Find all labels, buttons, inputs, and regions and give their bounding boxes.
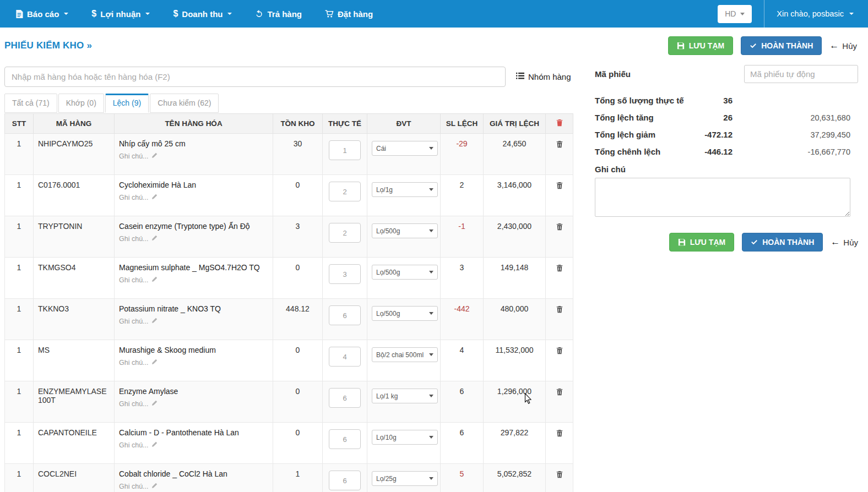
complete-button-bottom[interactable]: HOÀN THÀNH — [742, 233, 823, 252]
dollar-icon: $ — [91, 9, 96, 19]
row-note-label: Ghi chú... — [119, 276, 149, 284]
row-product-name: Casein enzyme (Tryptone type) Ấn Độ — [119, 222, 268, 231]
slip-code-row: Mã phiếu — [595, 65, 858, 83]
row-note-link[interactable]: Ghi chú... — [119, 400, 268, 408]
delete-row-button[interactable] — [555, 428, 565, 440]
user-menu[interactable]: Xin chào, posbasic — [777, 9, 854, 18]
delete-row-button[interactable] — [555, 387, 565, 398]
tab-lech[interactable]: Lệch (9) — [105, 94, 149, 113]
list-icon — [516, 72, 524, 81]
actual-qty-input[interactable] — [329, 182, 361, 201]
unit-select[interactable]: Lọ/500g — [372, 265, 438, 280]
col-sl-lech: SL LỆCH — [441, 114, 484, 134]
row-note-link[interactable]: Ghi chú... — [119, 359, 268, 367]
chevron-down-icon — [429, 353, 433, 356]
delete-row-button[interactable] — [555, 263, 565, 275]
nav-item-bao-cao[interactable]: Báo cáo — [15, 9, 68, 19]
search-input[interactable] — [4, 67, 506, 87]
row-note-link[interactable]: Ghi chú... — [119, 235, 268, 243]
actual-qty-input[interactable] — [329, 264, 361, 284]
delete-row-button[interactable] — [555, 346, 565, 357]
chevron-down-icon — [429, 477, 433, 480]
page-header: PHIẾU KIỂM KHO » LƯU TẠM HOÀN THÀNH ← Hủ… — [0, 28, 868, 55]
navbar-menu: Báo cáo $ Lợi nhuận $ Doanh thu Trả hàng… — [15, 0, 373, 28]
row-note-link[interactable]: Ghi chú... — [119, 276, 268, 284]
col-gia-tri-lech: GIÁ TRỊ LỆCH — [484, 114, 546, 134]
unit-select[interactable]: Lọ/1 kg — [372, 389, 438, 403]
actual-qty-input[interactable] — [329, 140, 361, 160]
row-product-name: Cycloheximide Hà Lan — [119, 181, 268, 189]
actual-qty-input[interactable] — [329, 388, 361, 408]
product-group-button[interactable]: Nhóm hàng — [516, 72, 571, 81]
cancel-button[interactable]: ← Hủy — [829, 40, 857, 51]
delete-row-button[interactable] — [555, 222, 565, 233]
row-stt: 1 — [5, 258, 34, 299]
unit-select-value: Lọ/500g — [376, 269, 429, 276]
nav-item-doanh-thu[interactable]: $ Doanh thu — [173, 9, 232, 19]
actual-qty-input[interactable] — [329, 471, 361, 490]
row-stock-qty: 1 — [273, 464, 323, 492]
filter-tabs: Tất cả (71) Khớp (0) Lệch (9) Chưa kiểm … — [4, 94, 573, 113]
row-note-label: Ghi chú... — [119, 441, 149, 449]
row-diff-qty: 6 — [441, 381, 484, 423]
nav-item-loi-nhuan[interactable]: $ Lợi nhuận — [91, 9, 150, 19]
unit-select[interactable]: Cái — [372, 141, 438, 156]
delete-row-button[interactable] — [555, 304, 565, 316]
chevron-down-icon — [740, 13, 745, 15]
tab-tat-ca[interactable]: Tất cả (71) — [4, 94, 57, 113]
unit-select[interactable]: Lọ/500g — [372, 306, 438, 321]
row-note-link[interactable]: Ghi chú... — [119, 152, 268, 160]
save-temp-button[interactable]: LƯU TẠM — [668, 36, 734, 55]
row-delete-cell — [546, 258, 573, 299]
actual-qty-input[interactable] — [329, 223, 361, 243]
row-note-link[interactable]: Ghi chú... — [119, 483, 268, 490]
slip-code-input[interactable] — [744, 65, 858, 83]
row-note-label: Ghi chú... — [119, 483, 149, 490]
tab-chua-kiem[interactable]: Chưa kiểm (62) — [150, 94, 219, 113]
row-delete-cell — [546, 340, 573, 381]
row-product-cell: Nhíp cấy mô 25 cm Ghi chú... — [115, 134, 273, 175]
row-note-link[interactable]: Ghi chú... — [119, 318, 268, 325]
note-textarea[interactable] — [595, 178, 850, 217]
actual-qty-input[interactable] — [329, 305, 361, 325]
dollar-icon: $ — [173, 9, 178, 19]
row-unit-cell: Bộ/2 chai 500ml — [367, 340, 441, 381]
row-note-label: Ghi chú... — [119, 194, 149, 201]
row-product-cell: Magnesium sulphate _ MgSO4.7H2O TQ Ghi c… — [115, 258, 273, 299]
pencil-icon — [151, 483, 158, 490]
save-temp-button-bottom[interactable]: LƯU TẠM — [669, 233, 735, 252]
row-product-code: MS — [34, 340, 115, 381]
unit-select[interactable]: Lọ/25g — [372, 471, 438, 486]
row-unit-cell: Lọ/500g — [367, 258, 441, 299]
unit-select[interactable]: Lọ/10g — [372, 430, 438, 445]
unit-select[interactable]: Bộ/2 chai 500ml — [372, 347, 438, 362]
tab-khop[interactable]: Khớp (0) — [58, 94, 104, 113]
complete-button[interactable]: HOÀN THÀNH — [741, 36, 822, 55]
delete-row-button[interactable] — [555, 139, 565, 151]
branch-select[interactable]: HD — [718, 5, 752, 23]
back-arrow-icon: ← — [829, 40, 839, 51]
nav-item-dat-hang[interactable]: Đặt hàng — [325, 9, 373, 19]
row-stock-qty: 30 — [273, 134, 323, 175]
slip-code-label: Mã phiếu — [595, 69, 631, 79]
row-diff-value: 11,532,000 — [484, 340, 546, 381]
actual-qty-input[interactable] — [329, 347, 361, 367]
row-delete-cell — [546, 299, 573, 340]
row-actual-cell — [323, 134, 367, 175]
note-label: Ghi chú — [595, 165, 858, 174]
delete-row-button[interactable] — [555, 469, 565, 481]
row-note-link[interactable]: Ghi chú... — [119, 441, 268, 449]
cancel-button-bottom[interactable]: ← Hủy — [831, 237, 858, 248]
unit-select-value: Lọ/1g — [376, 186, 429, 194]
row-diff-qty: -29 — [441, 134, 484, 175]
actual-qty-input[interactable] — [329, 429, 361, 449]
delete-row-button[interactable] — [555, 181, 565, 192]
row-actual-cell — [323, 299, 367, 340]
row-note-link[interactable]: Ghi chú... — [119, 194, 268, 201]
nav-item-tra-hang[interactable]: Trả hàng — [255, 9, 302, 19]
chevron-down-icon — [849, 13, 854, 15]
row-actual-cell — [323, 216, 367, 258]
row-stt: 1 — [5, 175, 34, 216]
unit-select[interactable]: Lọ/500g — [372, 223, 438, 238]
unit-select[interactable]: Lọ/1g — [372, 182, 438, 197]
